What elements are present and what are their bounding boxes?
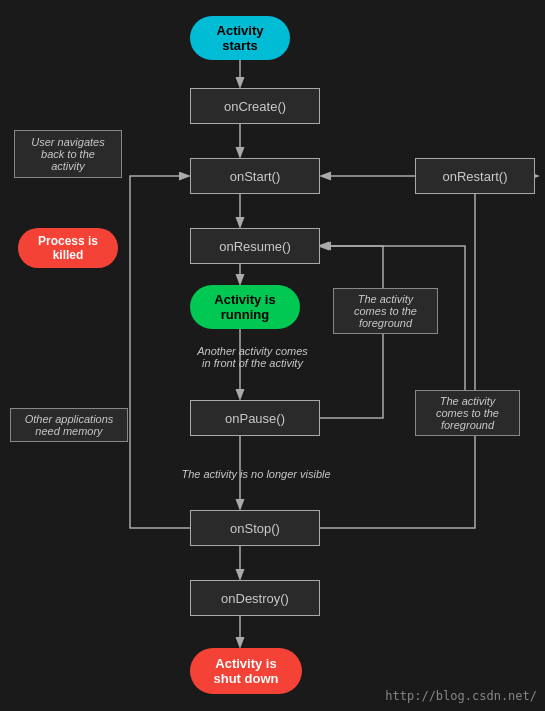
user-navigates-label: User navigatesback to theactivity: [14, 130, 122, 178]
activity-shutdown-node: Activity is shut down: [190, 648, 302, 694]
ondestroy-node: onDestroy(): [190, 580, 320, 616]
onstop-label: onStop(): [230, 521, 280, 536]
onrestart-node: onRestart(): [415, 158, 535, 194]
activity-shutdown-label: Activity is shut down: [214, 656, 279, 686]
onpause-label: onPause(): [225, 411, 285, 426]
watermark: http://blog.csdn.net/: [385, 689, 537, 703]
onresume-node: onResume(): [190, 228, 320, 264]
onresume-label: onResume(): [219, 239, 291, 254]
oncreate-node: onCreate(): [190, 88, 320, 124]
onstart-label: onStart(): [230, 169, 281, 184]
no-longer-visible-label: The activity is no longer visible: [158, 468, 354, 480]
onpause-node: onPause(): [190, 400, 320, 436]
process-killed-label: Process is killed: [38, 234, 98, 262]
ondestroy-label: onDestroy(): [221, 591, 289, 606]
process-killed-node: Process is killed: [18, 228, 118, 268]
activity-foreground1-label: The activitycomes to theforeground: [333, 288, 438, 334]
activity-starts-node: Activity starts: [190, 16, 290, 60]
activity-running-node: Activity is running: [190, 285, 300, 329]
oncreate-label: onCreate(): [224, 99, 286, 114]
activity-running-label: Activity is running: [214, 292, 275, 322]
activity-starts-label: Activity starts: [217, 23, 264, 53]
another-activity-label: Another activity comesin front of the ac…: [175, 345, 330, 369]
onstop-node: onStop(): [190, 510, 320, 546]
onrestart-label: onRestart(): [442, 169, 507, 184]
activity-foreground2-label: The activitycomes to theforeground: [415, 390, 520, 436]
onstart-node: onStart(): [190, 158, 320, 194]
other-apps-label: Other applicationsneed memory: [10, 408, 128, 442]
